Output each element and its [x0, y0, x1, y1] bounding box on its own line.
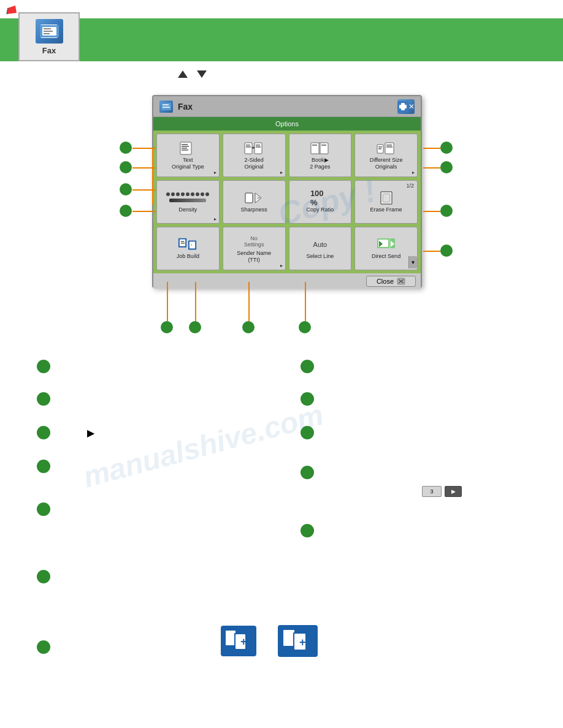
diff-size-button[interactable]: Different Size Originals ▸ — [354, 134, 418, 177]
svg-rect-18 — [245, 143, 252, 154]
dialog-title-icon — [159, 100, 173, 113]
bullet-dot-l6 — [37, 570, 50, 583]
job-build-svg-2: + — [281, 628, 315, 654]
original-type-sublabel: Text — [183, 157, 193, 164]
erase-frame-button[interactable]: Erase Frame 1/2 — [354, 180, 418, 224]
fax-tab-icon — [36, 19, 63, 44]
svg-rect-27 — [320, 143, 328, 154]
page-indicator: 1/2 — [406, 183, 414, 189]
annotation-dot-b4 — [299, 321, 311, 333]
fax-options-dialog: Fax Options — [152, 95, 422, 288]
svg-rect-30 — [312, 145, 317, 146]
fax-tab[interactable]: Fax — [18, 12, 80, 61]
two-sided-label: 2-Sided — [245, 157, 264, 164]
svg-text:+: + — [191, 243, 193, 246]
bullet-item-r5 — [301, 524, 314, 537]
book-2pages-icon — [310, 141, 330, 156]
book-2pages-button[interactable]: Book▶ 2 Pages — [289, 134, 352, 177]
header-bar — [0, 18, 563, 61]
density-button[interactable]: Density ▸ — [156, 180, 220, 224]
annotation-dot-r1 — [440, 142, 453, 154]
sender-name-label2: (TTI) — [248, 257, 260, 264]
svg-rect-37 — [386, 146, 393, 148]
svg-rect-36 — [386, 145, 392, 146]
diff-size-label: Different Size — [370, 157, 403, 164]
svg-rect-4 — [44, 28, 51, 29]
svg-rect-61 — [226, 631, 236, 645]
annot-vline-l — [152, 148, 153, 205]
select-line-button[interactable]: Auto Select Line — [289, 227, 352, 270]
bullet-item-r1 — [301, 360, 314, 373]
annot-line-b4 — [305, 282, 306, 321]
copy-ratio-icon: 100 % — [310, 191, 330, 205]
copy-ratio-label: Copy Ratio — [307, 207, 334, 213]
sharpness-icon — [244, 191, 264, 205]
arrow-up-button[interactable] — [178, 70, 188, 78]
bullet-item-l4 — [37, 460, 50, 473]
bullet-item-r3 — [301, 426, 314, 439]
bullet-dot-r3 — [301, 426, 314, 439]
bullet-dot-l5 — [37, 502, 50, 516]
svg-rect-38 — [245, 193, 253, 203]
dropdown-arrow-icon: ▼ — [411, 260, 416, 265]
sender-name-icon: No Settings — [244, 234, 264, 249]
bullet-item-l1 — [37, 360, 56, 373]
copy-ratio-button[interactable]: 100 % Copy Ratio — [289, 180, 352, 224]
select-line-label: Select Line — [307, 253, 334, 260]
annot-line-b2 — [195, 282, 196, 321]
direct-send-dropdown[interactable]: ▼ — [408, 256, 417, 268]
density-label: Density — [178, 207, 197, 213]
annot-line-r3 — [423, 211, 440, 212]
sender-name-arrow: ▸ — [280, 263, 283, 268]
bullet-item-l6 — [37, 570, 50, 583]
close-button-icon — [397, 278, 405, 285]
close-dialog-button[interactable]: Close — [366, 276, 416, 287]
book-2pages-label: Book▶ — [312, 157, 329, 164]
svg-rect-14 — [182, 144, 188, 145]
svg-rect-66 — [283, 630, 294, 646]
direct-send-button[interactable]: Direct Send ▼ — [354, 227, 418, 270]
dialog-options-grid: Text Original Type ▸ 2-Sided — [153, 131, 421, 273]
annot-line-b3 — [248, 282, 250, 321]
bullet-dot-l3 — [37, 426, 50, 439]
sender-name-button[interactable]: No Settings Sender Name (TTI) ▸ — [223, 227, 286, 270]
svg-rect-33 — [385, 143, 394, 154]
svg-rect-6 — [44, 33, 50, 34]
dialog-options-label: Options — [275, 120, 299, 127]
sharpness-button[interactable]: Sharpness — [223, 180, 286, 224]
original-type-label: Original Type — [172, 164, 204, 170]
bullet-item-l5 — [37, 502, 50, 516]
close-button-label: Close — [377, 278, 394, 285]
density-icon — [178, 191, 197, 205]
mini-buttons-area: 3 ▶ — [422, 486, 462, 497]
svg-rect-31 — [321, 145, 326, 146]
bullet-dot-r2 — [301, 392, 314, 406]
bullet-dot-r4 — [301, 466, 314, 479]
two-sided-original-button[interactable]: 2-Sided Original ▸ — [223, 134, 286, 177]
sender-name-label: Sender Name — [237, 250, 271, 257]
annotation-dot-r4 — [440, 245, 453, 257]
svg-rect-8 — [163, 104, 169, 105]
fax-tab-label: Fax — [42, 46, 56, 55]
bullet-dot-r1 — [301, 360, 314, 373]
annotation-dot-r3 — [440, 205, 453, 217]
svg-rect-15 — [182, 146, 189, 147]
dialog-options-bar: Options — [153, 117, 421, 131]
svg-rect-35 — [378, 148, 381, 150]
original-type-button[interactable]: Text Original Type ▸ — [156, 134, 220, 177]
direct-send-label: Direct Send — [372, 253, 400, 260]
arrow-down-button[interactable] — [197, 70, 207, 78]
svg-rect-44 — [383, 194, 390, 202]
job-build-label: Job Build — [177, 253, 199, 260]
dialog-x-button[interactable] — [397, 99, 415, 114]
svg-rect-22 — [256, 145, 260, 146]
svg-rect-9 — [163, 107, 170, 108]
svg-marker-0 — [7, 6, 17, 14]
svg-rect-47 — [181, 241, 185, 241]
mini-btn-2[interactable]: ▶ — [445, 486, 462, 497]
mini-btn-1[interactable]: 3 — [422, 486, 442, 497]
svg-rect-34 — [378, 146, 382, 148]
job-build-button[interactable]: + Job Build — [156, 227, 220, 270]
bullet-item-l7 — [37, 640, 50, 654]
density-dots — [166, 192, 209, 196]
